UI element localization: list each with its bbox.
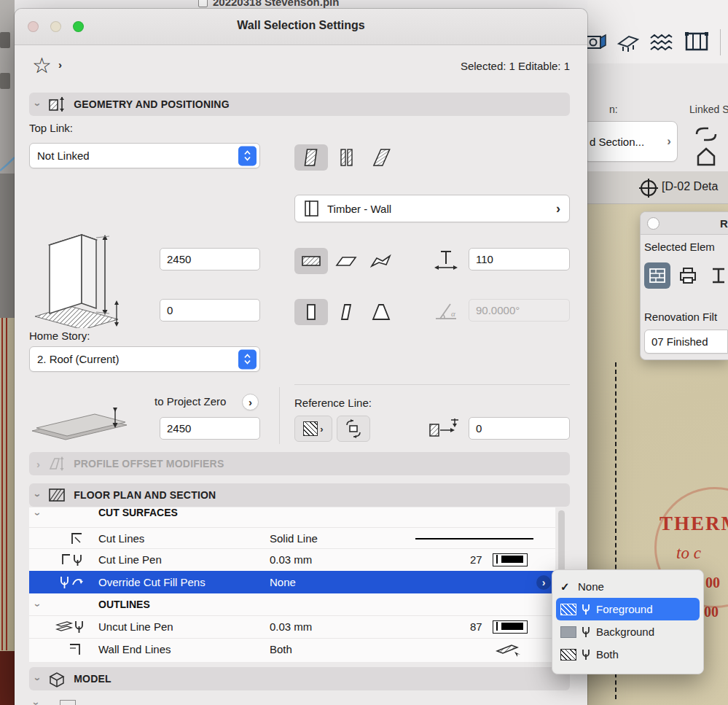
chevron-down-icon: › — [32, 513, 44, 516]
marker-link-icon[interactable] — [694, 124, 719, 144]
section-button-label: d Section... — [590, 136, 667, 148]
cut-fill-folded-button[interactable] — [364, 248, 398, 274]
pen-color-preview[interactable] — [493, 620, 528, 634]
geometry-section-icon — [47, 95, 66, 114]
home-story-label: Home Story: — [29, 330, 90, 342]
curtain-wall-icon[interactable] — [684, 29, 710, 55]
linked-label: Linked S — [689, 104, 728, 115]
cut-line-pen-icon — [60, 553, 86, 567]
group-cut-surfaces[interactable]: › CUT SURFACES — [29, 507, 555, 525]
wall-method-complex-button[interactable] — [364, 144, 398, 171]
profile-slanted-icon — [335, 302, 357, 322]
slant-angle-field: 90.0000° — [469, 299, 570, 322]
section-profile-offset: › PROFILE OFFSET MODIFIERS — [29, 452, 570, 475]
background-titlebar: 20220318 Stevenson.pln — [15, 0, 587, 9]
section-geometry[interactable]: › GEOMETRY AND POSITIONING — [29, 93, 570, 116]
cut-fill-slab-button[interactable] — [329, 248, 363, 274]
chevron-down-icon: › — [32, 677, 44, 680]
renovation-filter-dropdown[interactable]: 07 Finished — [644, 330, 728, 354]
element-type-printer-button[interactable] — [675, 262, 701, 289]
reference-line-side-button[interactable]: › — [294, 416, 332, 442]
map-red-line — [6, 318, 7, 650]
pen-color-preview[interactable] — [493, 553, 528, 566]
detail-marker-icon — [638, 178, 659, 198]
pen-number: 27 — [470, 553, 482, 566]
story-level-diagram — [29, 406, 153, 451]
wall-basic-icon — [300, 147, 322, 168]
row-menu-button[interactable]: › — [536, 575, 551, 590]
row-value: Solid Line — [270, 532, 318, 545]
uncut-line-pen-icon — [55, 619, 86, 635]
wall-base-offset-field[interactable]: 0 — [160, 299, 260, 322]
elevation-field[interactable]: 2450 — [160, 417, 260, 440]
group-outlines[interactable]: › OUTLINES — [29, 593, 555, 616]
wall-method-basic-button[interactable] — [294, 144, 328, 171]
reference-offset-field[interactable]: 0 — [469, 417, 570, 440]
selected-elements-label: Selected Elem — [644, 241, 715, 253]
section-select-button[interactable]: d Section... › — [583, 121, 678, 162]
profile-double-slanted-button[interactable] — [364, 299, 398, 325]
screen: 20220318 Stevenson.pln THERMA to c 00 00… — [0, 0, 728, 705]
menu-item-none[interactable]: ✓ None — [556, 575, 700, 598]
railing-icon[interactable] — [649, 31, 673, 55]
panel-radio[interactable] — [647, 217, 659, 230]
wall-height-field[interactable]: 2450 — [160, 248, 260, 270]
menu-item-foreground[interactable]: Foreground — [556, 598, 700, 620]
project-zero-menu-button[interactable]: › — [242, 394, 259, 410]
wall-complex-icon — [370, 147, 392, 168]
grading-icon[interactable] — [616, 31, 641, 55]
cut-fill-hatched-button[interactable] — [294, 248, 328, 274]
wall-thickness-field[interactable]: 110 — [469, 248, 570, 270]
override-fill-pen-icon — [58, 574, 86, 591]
chevron-right-icon: › — [36, 458, 40, 470]
thickness-icon — [431, 249, 461, 271]
to-project-zero-label: to Project Zero — [154, 395, 226, 408]
home-icon[interactable] — [694, 146, 719, 168]
chevron-right-icon: › — [542, 577, 546, 588]
profile-slanted-button[interactable] — [329, 299, 363, 325]
map-text-thermal: THERMA — [659, 513, 728, 535]
profile-straight-button[interactable] — [294, 299, 328, 325]
toolbar-divider — [720, 29, 721, 55]
slant-angle-icon: α — [431, 300, 461, 322]
table-row-cut-lines[interactable]: Cut Lines Solid Line — [29, 527, 555, 550]
map-text-handwriting: to c — [676, 544, 701, 563]
dialog-titlebar[interactable]: Wall Selection Settings — [15, 9, 587, 45]
composite-icon — [304, 200, 320, 217]
left-toolbar-icon-fragment — [0, 73, 10, 89]
top-link-value: Not Linked — [37, 149, 90, 162]
printer-icon — [678, 267, 697, 284]
brick-grid-icon — [649, 268, 666, 284]
table-row-wall-end-lines[interactable]: Wall End Lines Both — [29, 638, 555, 661]
table-row-override-cut-fill-pens[interactable]: Override Cut Fill Pens None › — [29, 571, 555, 593]
flip-reference-button[interactable] — [337, 416, 370, 442]
wall-selection-settings-dialog: Wall Selection Settings ☆ › Selected: 1 … — [15, 9, 587, 705]
map-text-fragment: 00 — [705, 574, 720, 591]
cut-fill-hatched-icon — [300, 252, 322, 270]
element-type-wall-button[interactable] — [644, 262, 670, 289]
section-model[interactable]: › MODEL — [29, 667, 570, 690]
cut-fill-slab-icon — [335, 252, 357, 270]
wall-method-composite-button[interactable] — [329, 144, 363, 171]
section-profile-offset-label: PROFILE OFFSET MODIFIERS — [74, 458, 224, 470]
floorplan-section-icon — [47, 486, 66, 505]
composite-select-button[interactable]: Timber - Wall › — [294, 195, 570, 222]
favorites-button[interactable]: ☆ › — [32, 54, 70, 82]
menu-item-both[interactable]: Both — [556, 643, 700, 666]
flip-icon — [343, 419, 364, 438]
menu-item-background[interactable]: Background — [556, 620, 700, 643]
star-icon: ☆ — [32, 52, 52, 78]
chevron-right-icon: › — [320, 424, 323, 435]
chevron-right-icon: › — [248, 396, 252, 408]
table-row-cut-line-pen[interactable]: Cut Line Pen 0.03 mm 27 — [29, 548, 555, 571]
chevron-right-icon: › — [667, 134, 671, 149]
cut-lines-icon — [67, 531, 85, 546]
wall-height-diagram — [29, 210, 149, 328]
left-gray-block — [0, 174, 15, 318]
top-link-dropdown[interactable]: Not Linked — [29, 143, 260, 168]
table-row-uncut-line-pen[interactable]: Uncut Line Pen 0.03 mm 87 — [29, 615, 555, 638]
element-type-beam-button[interactable] — [705, 262, 728, 289]
section-floorplan[interactable]: › FLOOR PLAN AND SECTION — [29, 483, 570, 507]
home-story-dropdown[interactable]: 2. Roof (Current) — [29, 346, 260, 372]
check-icon: ✓ — [560, 580, 574, 593]
